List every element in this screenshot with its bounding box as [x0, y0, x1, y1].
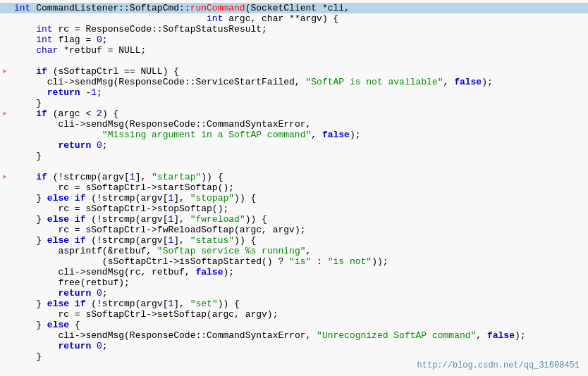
line-gutter: ►	[0, 172, 10, 182]
code-line	[0, 161, 588, 172]
line-code: if (!strcmp(argv[1], "startap")) {	[10, 172, 588, 182]
code-line: }	[0, 98, 588, 108]
code-line: return 0;	[0, 341, 588, 351]
code-line: } else if (!strcmp(argv[1], "status")) {	[0, 235, 588, 246]
line-code: rc = sSoftapCtrl->startSoftap();	[10, 182, 588, 193]
code-line: } else {	[0, 320, 588, 330]
line-code: cli->sendMsg(rc, retbuf, false);	[10, 267, 588, 277]
line-code: asprintf(&retbuf, "Softap service %s run…	[10, 246, 588, 256]
code-line: char *retbuf = NULL;	[0, 45, 588, 56]
line-gutter: ►	[0, 66, 10, 77]
line-code: int argc, char **argv) {	[10, 13, 588, 24]
line-code: if (sSoftapCtrl == NULL) {	[10, 66, 588, 77]
code-line: rc = sSoftapCtrl->fwReloadSoftap(argc, a…	[0, 225, 588, 235]
code-line: int flag = 0;	[0, 35, 588, 45]
line-code: return 0;	[10, 288, 588, 299]
code-line: } else if (!strcmp(argv[1], "stopap")) {	[0, 193, 588, 203]
code-line: return 0;	[0, 140, 588, 151]
code-line: asprintf(&retbuf, "Softap service %s run…	[0, 246, 588, 256]
line-gutter: ►	[0, 108, 10, 119]
line-code: rc = sSoftapCtrl->fwReloadSoftap(argc, a…	[10, 225, 588, 235]
line-code: } else if (!strcmp(argv[1], "set")) {	[10, 299, 588, 309]
line-code: rc = sSoftapCtrl->stopSoftap();	[10, 203, 588, 214]
line-code: cli->sendMsg(ResponseCode::ServiceStartF…	[10, 77, 588, 87]
line-code: cli->sendMsg(ResponseCode::CommandSyntax…	[10, 330, 588, 341]
code-line: cli->sendMsg(ResponseCode::ServiceStartF…	[0, 77, 588, 87]
code-line: return -1;	[0, 87, 588, 98]
code-line: rc = sSoftapCtrl->startSoftap();	[0, 182, 588, 193]
code-line: "Missing argument in a SoftAP command", …	[0, 130, 588, 140]
line-code: cli->sendMsg(ResponseCode::CommandSyntax…	[10, 119, 588, 130]
line-code: int rc = ResponseCode::SoftapStatusResul…	[10, 24, 588, 35]
line-code: int flag = 0;	[10, 35, 588, 45]
line-code: } else {	[10, 320, 588, 330]
code-line: return 0;	[0, 288, 588, 299]
code-line	[0, 56, 588, 66]
line-code: return 0;	[10, 341, 588, 351]
code-line: rc = sSoftapCtrl->stopSoftap();	[0, 203, 588, 214]
code-line: cli->sendMsg(ResponseCode::CommandSyntax…	[0, 330, 588, 341]
line-code: int CommandListener::SoftapCmd::runComma…	[10, 3, 588, 13]
code-line: cli->sendMsg(ResponseCode::CommandSyntax…	[0, 119, 588, 130]
watermark: http://blog.csdn.net/qq_31608451	[417, 361, 580, 370]
line-code: "Missing argument in a SoftAP command", …	[10, 130, 588, 140]
line-code: } else if (!strcmp(argv[1], "status")) {	[10, 235, 588, 246]
code-line: (sSoftapCtrl->isSoftapStarted() ? "is" :…	[0, 256, 588, 267]
line-code: rc = sSoftapCtrl->setSoftap(argc, argv);	[10, 309, 588, 320]
line-code: }	[10, 151, 588, 161]
code-line: }	[0, 151, 588, 161]
code-line: int rc = ResponseCode::SoftapStatusResul…	[0, 24, 588, 35]
line-code: (sSoftapCtrl->isSoftapStarted() ? "is" :…	[10, 256, 588, 267]
code-line: int CommandListener::SoftapCmd::runComma…	[0, 3, 588, 13]
line-code: return 0;	[10, 140, 588, 151]
line-code: free(retbuf);	[10, 277, 588, 288]
line-code: if (argc < 2) {	[10, 108, 588, 119]
code-line: ► if (!strcmp(argv[1], "startap")) {	[0, 172, 588, 182]
code-line: } else if (!strcmp(argv[1], "fwreload"))…	[0, 214, 588, 225]
line-code: } else if (!strcmp(argv[1], "stopap")) {	[10, 193, 588, 203]
code-line: int argc, char **argv) {	[0, 13, 588, 24]
code-line: ► if (argc < 2) {	[0, 108, 588, 119]
code-block: int CommandListener::SoftapCmd::runComma…	[0, 0, 588, 365]
code-container: int CommandListener::SoftapCmd::runComma…	[0, 0, 588, 376]
line-code: return -1;	[10, 87, 588, 98]
code-line: free(retbuf);	[0, 277, 588, 288]
code-line: cli->sendMsg(rc, retbuf, false);	[0, 267, 588, 277]
code-line: ► if (sSoftapCtrl == NULL) {	[0, 66, 588, 77]
line-code: } else if (!strcmp(argv[1], "fwreload"))…	[10, 214, 588, 225]
code-line: rc = sSoftapCtrl->setSoftap(argc, argv);	[0, 309, 588, 320]
line-code: }	[10, 98, 588, 108]
code-line: } else if (!strcmp(argv[1], "set")) {	[0, 299, 588, 309]
line-code: char *retbuf = NULL;	[10, 45, 588, 56]
